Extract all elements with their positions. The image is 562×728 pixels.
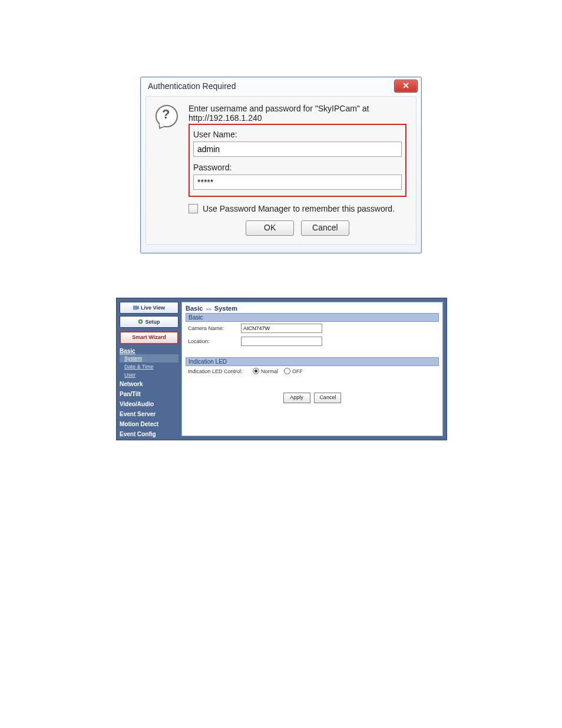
gear-icon <box>138 317 143 328</box>
svg-point-2 <box>140 321 142 322</box>
camera-setup-panel: Live View Setup Smart Wizard Basic Syste… <box>116 298 447 440</box>
camera-name-input[interactable] <box>241 324 322 333</box>
auth-dialog: Authentication Required ? Enter username… <box>140 77 422 253</box>
sidebar-item-user[interactable]: User <box>120 371 178 379</box>
sidebar-item-tools[interactable]: Tools <box>120 439 178 449</box>
location-label: Location: <box>188 338 241 344</box>
cancel-button[interactable]: Cancel <box>301 220 349 236</box>
camera-icon <box>133 303 139 314</box>
breadcrumb: Basic >> System <box>186 305 439 312</box>
cancel-button-setup[interactable]: Cancel <box>314 393 341 403</box>
remember-checkbox[interactable] <box>189 204 198 213</box>
password-input[interactable] <box>193 174 402 190</box>
sidebar-item-info[interactable]: Information <box>120 449 178 459</box>
sidebar-item-eventserver[interactable]: Event Server <box>120 409 178 419</box>
led-off-radio[interactable] <box>284 368 290 374</box>
led-control-label: Indication LED Control: <box>188 368 253 374</box>
smart-wizard-label: Smart Wizard <box>132 334 166 340</box>
section-led: Indication LED <box>186 357 439 366</box>
crumb-basic: Basic <box>186 305 203 312</box>
main-content: Basic >> System Basic Camera Name: Locat… <box>181 302 443 436</box>
smart-wizard-button[interactable]: Smart Wizard <box>120 331 178 344</box>
apply-button[interactable]: Apply <box>283 393 310 403</box>
sidebar-item-motion[interactable]: Motion Detect <box>120 419 178 429</box>
section-basic: Basic <box>186 313 439 322</box>
sidebar-item-system[interactable]: System <box>120 354 178 363</box>
close-icon <box>402 77 409 95</box>
sidebar-item-video[interactable]: Video/Audio <box>120 399 178 409</box>
sidebar: Live View Setup Smart Wizard Basic Syste… <box>117 298 181 440</box>
ok-button[interactable]: OK <box>246 220 294 236</box>
dialog-titlebar: Authentication Required <box>141 77 421 95</box>
sidebar-item-network[interactable]: Network <box>120 379 178 389</box>
location-input[interactable] <box>241 337 322 346</box>
question-icon: ? <box>156 105 178 127</box>
setup-label: Setup <box>145 319 160 325</box>
sidebar-basic-heading[interactable]: Basic <box>120 348 178 354</box>
sidebar-item-datetime[interactable]: Date & Time <box>120 363 178 371</box>
setup-button[interactable]: Setup <box>120 316 178 328</box>
close-button[interactable] <box>394 80 418 93</box>
remember-label: Use Password Manager to remember this pa… <box>203 204 395 213</box>
dialog-title: Authentication Required <box>148 81 236 91</box>
crumb-separator: >> <box>204 307 212 312</box>
username-label: User Name: <box>193 130 402 139</box>
sidebar-item-pantilt[interactable]: Pan/Tilt <box>120 389 178 399</box>
live-view-label: Live View <box>141 305 165 311</box>
crumb-system: System <box>214 305 237 312</box>
username-input[interactable] <box>193 141 402 157</box>
credentials-highlight: User Name: Password: <box>189 124 406 197</box>
live-view-button[interactable]: Live View <box>120 302 178 314</box>
sidebar-item-eventconfig[interactable]: Event Config <box>120 429 178 439</box>
dialog-body: ? Enter username and password for "SkyIP… <box>146 96 416 245</box>
auth-message: Enter username and password for "SkyIPCa… <box>189 104 406 123</box>
camera-name-label: Camera Name: <box>188 325 241 331</box>
led-off-label: OFF <box>292 368 303 374</box>
password-label: Password: <box>193 163 402 172</box>
led-normal-radio[interactable] <box>253 368 259 374</box>
svg-rect-0 <box>133 306 137 309</box>
led-normal-label: Normal <box>261 368 278 374</box>
